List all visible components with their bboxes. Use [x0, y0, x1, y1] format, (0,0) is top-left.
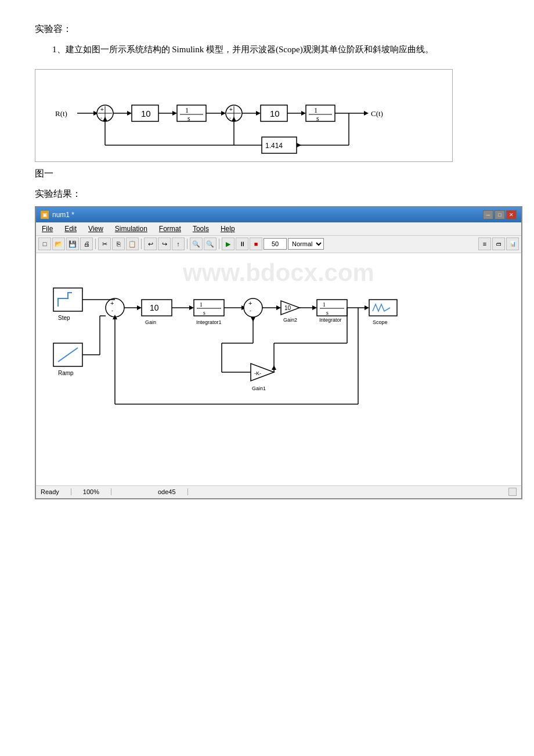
svg-text:Integrator1: Integrator1 — [196, 319, 222, 325]
svg-text:1: 1 — [323, 301, 326, 308]
svg-marker-36 — [364, 111, 369, 116]
title-bar: ▣ num1 * ─ □ ✕ — [36, 207, 521, 222]
svg-marker-92 — [365, 305, 369, 310]
svg-text:-K-: -K- — [254, 370, 261, 376]
svg-text:Step: Step — [58, 315, 70, 321]
svg-marker-63 — [137, 305, 142, 310]
result-label: 实验结果： — [35, 188, 499, 200]
cut-btn[interactable]: ✂ — [98, 237, 111, 250]
svg-marker-106 — [251, 317, 255, 322]
svg-text:-: - — [100, 115, 102, 121]
extra-btn2[interactable]: 🗃 — [492, 237, 505, 250]
svg-text:+: + — [248, 300, 252, 307]
svg-rect-14 — [177, 105, 206, 121]
svg-text:s: s — [187, 114, 190, 123]
svg-text:Scope: Scope — [373, 319, 388, 325]
block-diagram: R(t) + - 10 1 s + - — [35, 69, 453, 162]
pause-btn[interactable]: ⏸ — [236, 237, 248, 250]
svg-text:1: 1 — [200, 301, 203, 308]
svg-point-76 — [244, 298, 262, 317]
svg-text:Gain1: Gain1 — [252, 386, 266, 391]
new-btn[interactable]: □ — [38, 237, 51, 250]
menu-tools[interactable]: Tools — [192, 224, 210, 233]
svg-rect-31 — [306, 105, 335, 121]
toolbar: □ 📂 💾 🖨 ✂ ⎘ 📋 ↩ ↪ ↑ 🔍 🔍 ▶ ⏸ ■ 50 Normal … — [36, 236, 521, 253]
svg-marker-85 — [312, 305, 317, 310]
svg-text:1.414: 1.414 — [265, 142, 283, 150]
canvas-area: www.bdocx.com Step Ramp + - — [36, 253, 521, 485]
svg-text:+: + — [100, 106, 104, 113]
extra-btn3[interactable]: 📊 — [506, 237, 519, 250]
status-indicator — [508, 488, 517, 496]
svg-marker-19 — [221, 111, 226, 116]
svg-text:10: 10 — [284, 305, 291, 311]
svg-marker-26 — [256, 111, 261, 116]
copy-btn[interactable]: ⎘ — [112, 237, 125, 250]
menu-bar: File Edit View Simulation Format Tools H… — [36, 222, 521, 236]
svg-marker-9 — [127, 111, 132, 116]
block-diagram-svg: R(t) + - 10 1 s + - — [53, 81, 448, 163]
paste-btn[interactable]: 📋 — [126, 237, 139, 250]
restore-button[interactable]: □ — [495, 210, 505, 219]
status-solver: ode45 — [111, 488, 188, 495]
simulink-icon: ▣ — [41, 211, 49, 219]
svg-text:10: 10 — [150, 303, 159, 312]
svg-text:Ramp: Ramp — [58, 370, 74, 376]
svg-text:1: 1 — [314, 106, 317, 114]
section-title: 实验容： — [35, 23, 499, 35]
title-bar-controls[interactable]: ─ □ ✕ — [483, 210, 517, 219]
svg-text:R(t): R(t) — [55, 109, 67, 118]
sep3 — [187, 239, 187, 249]
sep2 — [141, 239, 142, 249]
open-btn[interactable]: 📂 — [52, 237, 65, 250]
svg-text:s: s — [326, 309, 329, 316]
menu-help[interactable]: Help — [219, 224, 236, 233]
minimize-button[interactable]: ─ — [483, 210, 493, 219]
play-btn[interactable]: ▶ — [222, 237, 234, 250]
close-button[interactable]: ✕ — [506, 210, 517, 219]
sep1 — [95, 239, 96, 249]
svg-marker-42 — [297, 143, 301, 147]
svg-marker-68 — [189, 305, 194, 310]
svg-text:10: 10 — [141, 109, 151, 118]
stop-btn[interactable]: ■ — [250, 237, 262, 250]
redo-btn[interactable]: ↪ — [158, 237, 171, 250]
menu-file[interactable]: File — [41, 224, 54, 233]
simulink-diagram: Step Ramp + - 10 Gain — [36, 253, 512, 474]
svg-text:s: s — [203, 309, 205, 316]
menu-format[interactable]: Format — [158, 224, 182, 233]
svg-marker-30 — [301, 111, 306, 116]
status-bar: Ready 100% ode45 — [36, 485, 521, 498]
svg-marker-13 — [172, 111, 177, 116]
undo-btn[interactable]: ↩ — [144, 237, 157, 250]
zoom-in-btn[interactable]: 🔍 — [204, 237, 217, 250]
svg-text:Gain2: Gain2 — [283, 317, 297, 323]
svg-text:Integrator: Integrator — [319, 317, 342, 323]
svg-text:10: 10 — [270, 109, 280, 118]
svg-text:Gain: Gain — [145, 319, 156, 325]
fig-label: 图一 — [35, 168, 499, 180]
sep4 — [219, 239, 219, 249]
status-ready: Ready — [41, 488, 71, 495]
menu-edit[interactable]: Edit — [63, 224, 78, 233]
svg-text:s: s — [316, 114, 319, 123]
simulink-window: ▣ num1 * ─ □ ✕ File Edit View Simulation… — [35, 206, 522, 499]
mode-select[interactable]: Normal — [288, 238, 324, 250]
svg-rect-69 — [194, 300, 224, 316]
experiment-description: 1、建立如图一所示系统结构的 Simulink 模型，并用示波器(Scope)观… — [35, 42, 499, 57]
svg-marker-80 — [276, 305, 281, 310]
svg-text:-: - — [111, 308, 113, 314]
sim-time-input[interactable]: 50 — [264, 238, 287, 250]
menu-view[interactable]: View — [87, 224, 104, 233]
menu-simulation[interactable]: Simulation — [114, 224, 149, 233]
save-btn[interactable]: 💾 — [66, 237, 79, 250]
svg-text:+: + — [229, 106, 233, 113]
print-btn[interactable]: 🖨 — [80, 237, 93, 250]
extra-btn1[interactable]: ≡ — [478, 237, 491, 250]
svg-rect-86 — [317, 300, 347, 316]
svg-point-57 — [106, 298, 124, 317]
up-btn[interactable]: ↑ — [172, 237, 185, 250]
zoom-out-btn[interactable]: 🔍 — [190, 237, 203, 250]
title-bar-left: ▣ num1 * — [41, 211, 74, 219]
status-zoom: 100% — [71, 488, 111, 495]
